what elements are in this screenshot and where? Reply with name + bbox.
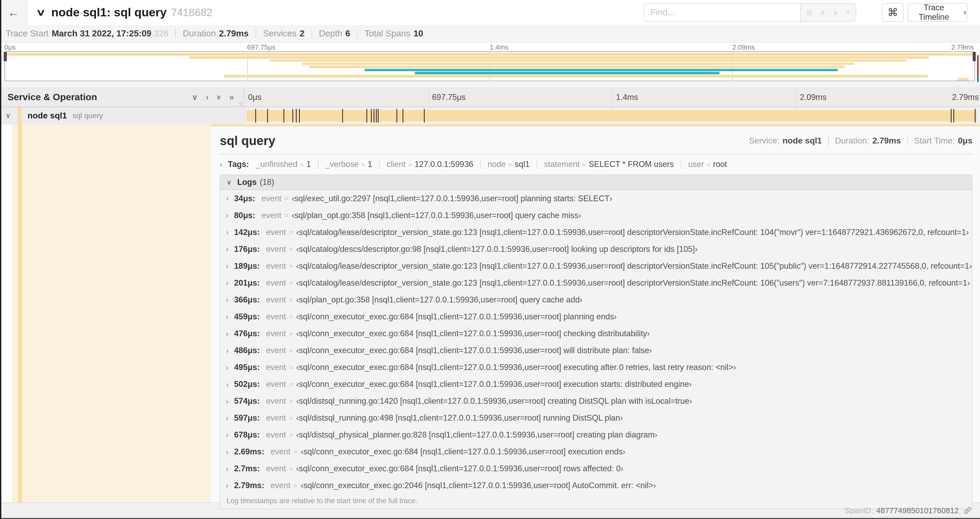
log-entry[interactable]: ›34μs:event=‹sql/exec_util.go:2297 [nsql… — [220, 190, 972, 207]
log-field-value: ‹sql/catalog/lease/descriptor_version_st… — [296, 228, 969, 237]
log-entry[interactable]: ›176μs:event=‹sql/catalog/descs/descript… — [220, 241, 972, 258]
log-entry[interactable]: ›495μs:event=‹sql/conn_executor_exec.go:… — [220, 359, 972, 376]
minimap-span — [309, 65, 845, 68]
log-field-key: event — [266, 329, 286, 339]
detail-left-column — [12, 125, 210, 502]
logs-header[interactable]: ∨ Logs (18) — [220, 175, 972, 190]
log-entry[interactable]: ›189μs:event=‹sql/catalog/lease/descript… — [220, 258, 972, 275]
log-entry[interactable]: ›574μs:event=‹sql/distsql_running.go:142… — [220, 393, 972, 410]
equals-sign: = — [289, 465, 293, 473]
service-color-accent — [18, 107, 21, 125]
chevron-right-icon: › — [226, 312, 228, 321]
log-marker — [283, 109, 284, 123]
tag-item: statement=SELECT * FROM users — [544, 160, 674, 169]
collapse-one-icon[interactable]: › — [206, 93, 208, 102]
log-field-key: event — [266, 312, 286, 321]
log-entry[interactable]: ›459μs:event=‹sql/conn_executor_exec.go:… — [220, 308, 972, 325]
column-resize-grip[interactable]: || — [239, 101, 243, 107]
log-entry[interactable]: ›597μs:event=‹sql/distsql_running.go:498… — [220, 410, 972, 426]
log-timestamp: 34μs: — [234, 194, 255, 203]
scrubber-handle-right[interactable] — [973, 52, 976, 61]
log-field-value: ‹sql/plan_opt.go:358 [nsql1,client=127.0… — [292, 211, 581, 220]
chevron-down-icon[interactable]: ∨ — [6, 112, 11, 120]
timeline-minimap[interactable]: 0μs697.75μs1.4ms2.09ms2.79ms — [0, 43, 980, 82]
span-id-value: 4877749850101760812 — [876, 506, 959, 515]
log-entry[interactable]: ›678μs:event=‹sql/distsql_physical_plann… — [220, 426, 972, 443]
log-entry[interactable]: ›486μs:event=‹sql/conn_executor_exec.go:… — [220, 342, 972, 359]
minimap-canvas[interactable] — [5, 51, 975, 81]
log-entry[interactable]: ›2.79ms:event=‹sql/conn_executor_exec.go… — [220, 477, 972, 494]
log-field-value: ‹sql/distsql_running.go:1420 [nsql1,clie… — [296, 396, 692, 406]
span-row-timeline[interactable] — [245, 107, 980, 125]
expand-one-icon[interactable]: ∨ — [192, 92, 198, 102]
tag-item: _verbose=1 — [325, 160, 372, 169]
back-button[interactable]: ← — [0, 0, 27, 25]
find-input[interactable] — [644, 3, 800, 22]
clear-search-icon[interactable]: × — [846, 8, 850, 17]
log-marker — [366, 109, 367, 123]
span-bar[interactable] — [246, 110, 977, 121]
tick-label: 1.4ms — [490, 43, 508, 51]
log-entry[interactable]: ›502μs:event=‹sql/conn_executor_exec.go:… — [220, 376, 972, 393]
equals-sign: = — [289, 245, 293, 253]
tick-label: 697.75μs — [432, 93, 466, 102]
span-title: sql query — [220, 133, 275, 148]
find-addon: ◎ ∧ ∨ × — [800, 3, 856, 22]
trace-view-dropdown[interactable]: Trace Timeline ∨ — [908, 3, 967, 22]
log-marker — [293, 109, 293, 123]
log-field-value: ‹sql/conn_executor_exec.go:684 [nsql1,cl… — [296, 312, 617, 321]
scrubber-handle-left[interactable] — [4, 52, 7, 61]
equals-sign: = — [289, 414, 293, 422]
chevron-right-icon: › — [226, 431, 228, 439]
next-result-icon[interactable]: ∨ — [833, 8, 838, 17]
keyboard-shortcuts-button[interactable]: ⌘ — [882, 3, 904, 22]
prev-result-icon[interactable]: ∧ — [820, 8, 826, 17]
link-icon[interactable] — [964, 506, 972, 514]
chevron-right-icon: › — [226, 397, 228, 406]
log-entry[interactable]: ›2.69ms:event=‹sql/conn_executor_exec.go… — [220, 443, 972, 460]
equals-sign: = — [289, 363, 293, 372]
expand-all-icon[interactable]: » — [214, 95, 224, 99]
tick-label: 2.09ms — [732, 43, 755, 51]
logs-count: (18) — [260, 177, 274, 187]
log-entry[interactable]: ›2.7ms:event=‹sql/conn_executor_exec.go:… — [220, 460, 972, 477]
divider — [681, 160, 681, 169]
log-timestamp: 476μs: — [234, 329, 260, 339]
service-color-accent-strip — [18, 125, 22, 502]
minimap-span — [269, 59, 907, 62]
log-field-key: event — [270, 447, 290, 457]
log-entry[interactable]: ›366μs:event=‹sql/plan_opt.go:358 [nsql1… — [220, 291, 972, 308]
chevron-right-icon: › — [226, 447, 228, 456]
log-field-key: event — [266, 363, 286, 372]
equals-sign: = — [285, 194, 288, 203]
divider — [175, 29, 176, 38]
log-marker — [396, 109, 397, 123]
log-entry[interactable]: ›80μs:event=‹sql/plan_opt.go:358 [nsql1,… — [220, 207, 972, 224]
tag-item: _unfinished=1 — [256, 160, 311, 169]
logs-accordion: ∨ Logs (18) ›34μs:event=‹sql/exec_util.g… — [220, 174, 972, 509]
log-entry[interactable]: ›142μs:event=‹sql/catalog/lease/descript… — [220, 224, 972, 241]
log-entry[interactable]: ›476μs:event=‹sql/conn_executor_exec.go:… — [220, 325, 972, 342]
chevron-right-icon: › — [226, 211, 228, 220]
meta-item: Service:node sql1 — [749, 136, 822, 145]
collapse-header-icon[interactable]: ∨ — [36, 7, 46, 18]
equals-sign: = — [289, 313, 293, 321]
log-field-value: ‹sql/conn_executor_exec.go:684 [nsql1,cl… — [296, 380, 692, 389]
locate-icon[interactable]: ◎ — [806, 8, 813, 17]
log-timestamp: 176μs: — [234, 244, 260, 254]
collapse-all-icon[interactable]: » — [229, 93, 234, 102]
log-entry[interactable]: ›201μs:event=‹sql/catalog/lease/descript… — [220, 275, 972, 291]
chevron-right-icon: › — [226, 346, 228, 355]
minimap-span — [958, 78, 969, 80]
chevron-right-icon: › — [220, 160, 222, 169]
divider — [480, 160, 481, 169]
equals-sign: = — [285, 211, 288, 219]
window-left-edge — [0, 0, 1, 519]
log-field-value: ‹sql/conn_executor_exec.go:684 [nsql1,cl… — [296, 346, 652, 355]
tags-accordion[interactable]: ›Tags:_unfinished=1_verbose=1client=127.… — [220, 156, 972, 173]
log-timestamp: 502μs: — [234, 380, 260, 389]
log-timestamp: 486μs: — [234, 346, 260, 355]
span-row-name-column[interactable]: ∨ node sql1 sql query — [0, 107, 245, 125]
span-row[interactable]: ∨ node sql1 sql query — [0, 107, 980, 125]
log-field-key: event — [266, 278, 286, 288]
